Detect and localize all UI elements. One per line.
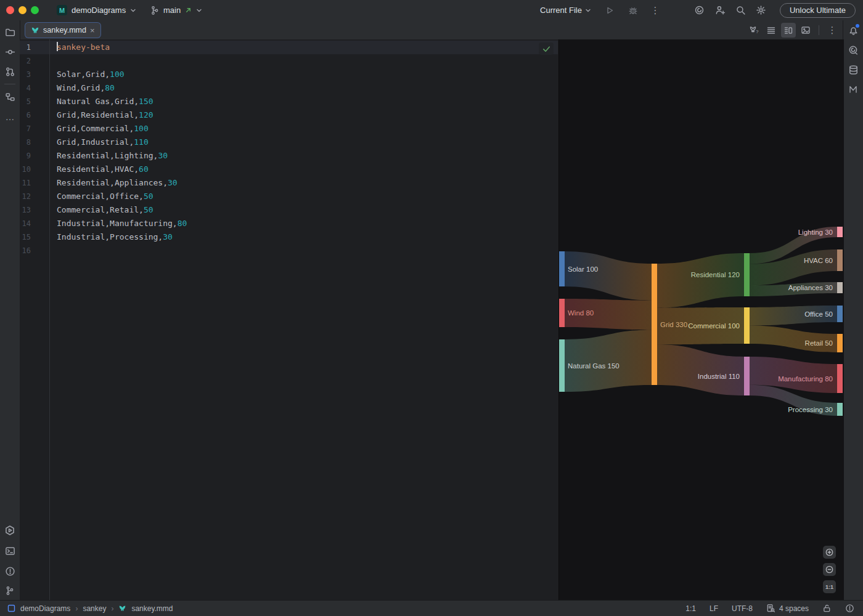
unlock-ultimate-button[interactable]: Unlock Ultimate: [780, 3, 856, 18]
run-configuration-selector[interactable]: Current File: [540, 6, 591, 15]
search-everywhere-button[interactable]: [734, 3, 748, 18]
code-line[interactable]: 1sankey-beta: [20, 41, 558, 54]
code-line[interactable]: 13Commercial,Retail,50: [20, 203, 558, 217]
run-button[interactable]: [602, 3, 617, 18]
sankey-node-label: Grid 330: [660, 321, 687, 328]
breadcrumb-separator: ›: [111, 604, 113, 613]
mermaid-file-icon: [118, 604, 126, 612]
sankey-node-label: Lighting 30: [798, 229, 833, 236]
services-toolwindow-button[interactable]: [1, 522, 18, 539]
commit-toolwindow-button[interactable]: [1, 43, 18, 60]
code-editor[interactable]: 1sankey-beta23Solar,Grid,1004Wind,Grid,8…: [20, 39, 558, 601]
pull-requests-toolwindow-button[interactable]: [1, 63, 18, 80]
maximize-window-button[interactable]: [31, 6, 39, 14]
mermaid-toolwindow-button[interactable]: [845, 81, 862, 98]
settings-button[interactable]: [754, 3, 769, 18]
sankey-node: [837, 227, 843, 237]
line-number: 7: [20, 122, 49, 136]
more-toolwindows-button[interactable]: …: [1, 108, 18, 125]
code-line[interactable]: 12Commercial,Office,50: [20, 190, 558, 203]
sankey-node: [559, 299, 565, 327]
sankey-link: [565, 251, 652, 301]
zoom-in-button[interactable]: [823, 546, 836, 559]
show-preview-only-button[interactable]: [798, 23, 813, 38]
problems-toolwindow-button[interactable]: [1, 562, 18, 580]
sankey-link: [657, 344, 744, 395]
left-toolwindow-stripe: …: [0, 20, 20, 601]
code-line[interactable]: 8Grid,Industrial,110: [20, 136, 558, 149]
line-number: 14: [20, 217, 49, 230]
code-line[interactable]: 6Grid,Residential,120: [20, 108, 558, 122]
more-run-actions-button[interactable]: ⋮: [648, 3, 663, 18]
code-line[interactable]: 14Industrial,Manufacturing,80: [20, 217, 558, 230]
sankey-node: [837, 364, 843, 393]
mermaid-settings-button[interactable]: ?: [746, 23, 761, 38]
vcs-branch-icon: [5, 586, 15, 596]
sankey-node: [837, 403, 843, 416]
zoom-out-button[interactable]: [823, 563, 836, 576]
line-separator-widget[interactable]: LF: [710, 604, 718, 613]
sankey-node-label: Processing 30: [788, 406, 833, 413]
code-line[interactable]: 3Solar,Grid,100: [20, 68, 558, 81]
line-number: 15: [20, 230, 49, 244]
sankey-link: [565, 330, 652, 392]
folder-icon: [5, 27, 15, 38]
show-source-only-button[interactable]: [764, 23, 779, 38]
code-line[interactable]: 10Residential,HVAC,60: [20, 163, 558, 176]
terminal-toolwindow-button[interactable]: [1, 542, 18, 559]
code-with-me-button[interactable]: [713, 3, 728, 18]
debug-button[interactable]: [626, 3, 640, 18]
ai-assistant-button[interactable]: [692, 3, 707, 18]
code-line[interactable]: 2: [20, 54, 558, 68]
close-window-button[interactable]: [6, 6, 14, 14]
zoom-reset-button[interactable]: 1:1: [823, 580, 836, 593]
sankey-link: [657, 253, 744, 308]
breadcrumb-file[interactable]: sankey.mmd: [131, 604, 173, 613]
vcs-branch-widget[interactable]: main: [150, 0, 202, 20]
database-toolwindow-button[interactable]: [845, 61, 862, 78]
breadcrumb-project[interactable]: demoDiagrams: [20, 604, 70, 613]
run-configuration-name: Current File: [540, 6, 582, 15]
breadcrumb-folder[interactable]: sankey: [83, 604, 106, 613]
close-tab-icon[interactable]: ×: [90, 26, 95, 34]
code-line[interactable]: 16: [20, 244, 558, 257]
chevron-down-icon: [585, 7, 591, 14]
code-style-widget[interactable]: 4 spaces: [766, 604, 809, 613]
sankey-node-label: HVAC 60: [804, 257, 833, 264]
code-line[interactable]: 11Residential,Appliances,30: [20, 176, 558, 190]
ai-chat-toolwindow-button[interactable]: [845, 41, 862, 59]
caret-position-widget[interactable]: 1:1: [685, 604, 696, 613]
window-controls: [6, 6, 39, 14]
gutter-separator: [49, 39, 50, 601]
line-number: 1: [20, 41, 49, 54]
code-line[interactable]: 9Residential,Lighting,30: [20, 149, 558, 163]
code-line[interactable]: 4Wind,Grid,80: [20, 81, 558, 95]
tab-sankey-mmd[interactable]: sankey.mmd ×: [25, 22, 101, 38]
mermaid-file-icon: [31, 26, 39, 34]
version-control-toolwindow-button[interactable]: [1, 582, 18, 599]
show-split-editor-preview-button[interactable]: [781, 23, 796, 38]
titlebar: M demoDiagrams main Current File: [0, 0, 863, 20]
project-widget[interactable]: M demoDiagrams: [57, 0, 136, 20]
right-toolwindow-stripe: [843, 20, 863, 601]
line-number: 11: [20, 176, 49, 190]
gear-icon: [756, 5, 766, 15]
mermaid-preview-pane[interactable]: Solar 100Wind 80Natural Gas 150Grid 330R…: [558, 39, 844, 601]
line-number: 10: [20, 163, 49, 176]
readonly-toggle-widget[interactable]: [822, 604, 832, 613]
exclamation-circle-icon: [845, 604, 854, 613]
commit-icon: [5, 47, 15, 57]
project-toolwindow-button[interactable]: [1, 23, 18, 41]
code-line[interactable]: 5Natural Gas,Grid,150: [20, 95, 558, 108]
structure-icon: [5, 92, 15, 102]
encoding-widget[interactable]: UTF-8: [732, 604, 753, 613]
code-line[interactable]: 15Industrial,Processing,30: [20, 230, 558, 244]
notifications-button[interactable]: [845, 22, 862, 39]
minimize-window-button[interactable]: [18, 6, 27, 14]
code-line[interactable]: 7Grid,Commercial,100: [20, 122, 558, 136]
error-analysis-widget[interactable]: [845, 604, 854, 613]
svg-text:?: ?: [756, 29, 759, 34]
editor-options-button[interactable]: ⋮: [825, 23, 840, 38]
inspections-widget[interactable]: [539, 43, 554, 55]
structure-toolwindow-button[interactable]: [1, 88, 18, 105]
